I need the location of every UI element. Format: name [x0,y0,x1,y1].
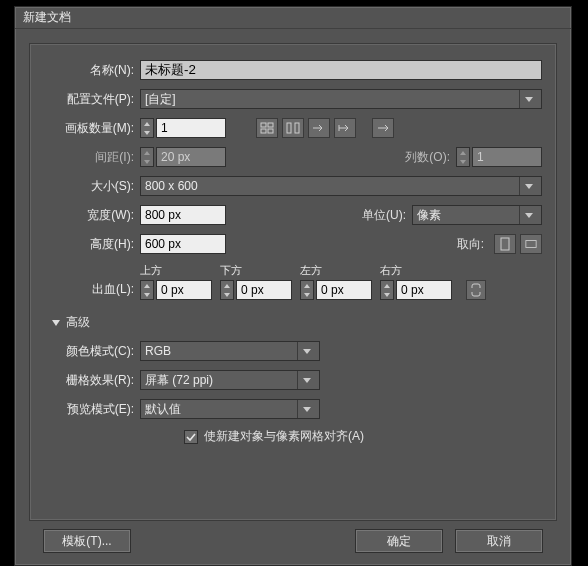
cancel-button-label: 取消 [487,533,511,550]
orientation-landscape-icon[interactable] [520,234,542,254]
titlebar: 新建文档 [15,7,571,29]
colormode-value: RGB [145,344,171,358]
orientation-label: 取向: [430,236,490,253]
width-label: 宽度(W): [44,207,140,224]
chevron-down-icon [519,90,537,108]
bleed-left-input[interactable] [316,280,372,300]
bleed-top-label: 上方 [140,263,212,278]
chevron-down-icon [297,342,315,360]
height-label: 高度(H): [44,236,140,253]
size-label: 大小(S): [44,178,140,195]
align-pixel-label: 使新建对象与像素网格对齐(A) [204,428,364,445]
artboard-change-icon[interactable] [372,118,394,138]
colormode-select[interactable]: RGB [140,341,320,361]
columns-label: 列数(O): [396,149,456,166]
raster-label: 栅格效果(R): [44,372,140,389]
width-input[interactable] [140,205,226,225]
profile-label: 配置文件(P): [44,91,140,108]
bleed-left-stepper[interactable] [300,280,314,300]
templates-button[interactable]: 模板(T)... [43,529,131,553]
columns-input[interactable] [472,147,542,167]
grid-by-column-icon[interactable] [282,118,304,138]
svg-rect-4 [287,123,291,133]
name-label: 名称(N): [44,62,140,79]
colormode-label: 颜色模式(C): [44,343,140,360]
row-ltr-icon[interactable] [308,118,330,138]
svg-rect-3 [268,129,273,133]
bleed-label: 出血(L): [44,281,140,300]
triangle-down-icon [52,319,60,327]
preview-value: 默认值 [145,401,181,418]
columns-stepper[interactable] [456,147,470,167]
bleed-top-stepper[interactable] [140,280,154,300]
bleed-right-stepper[interactable] [380,280,394,300]
ok-button-label: 确定 [387,533,411,550]
profile-select[interactable]: [自定] [140,89,542,109]
orientation-portrait-icon[interactable] [494,234,516,254]
spacing-label: 间距(I): [44,149,140,166]
size-value: 800 x 600 [145,179,198,193]
svg-rect-2 [261,129,266,133]
advanced-label: 高级 [66,314,90,331]
svg-rect-1 [268,123,273,127]
artboards-stepper[interactable] [140,118,154,138]
link-bleed-icon[interactable] [466,280,486,300]
chevron-down-icon [297,371,315,389]
artboards-label: 画板数量(M): [44,120,140,137]
ok-button[interactable]: 确定 [355,529,443,553]
grid-by-row-icon[interactable] [256,118,278,138]
chevron-down-icon [297,400,315,418]
units-label: 单位(U): [352,207,412,224]
bleed-bottom-stepper[interactable] [220,280,234,300]
new-document-dialog: 新建文档 名称(N): 配置文件(P): [自定] 画板数量(M): [14,6,572,566]
units-value: 像素 [417,207,441,224]
svg-rect-6 [501,238,509,250]
row-rtl-icon[interactable] [334,118,356,138]
spacing-stepper[interactable] [140,147,154,167]
align-pixel-checkbox[interactable] [184,430,198,444]
templates-button-label: 模板(T)... [62,533,111,550]
raster-select[interactable]: 屏幕 (72 ppi) [140,370,320,390]
artboards-input[interactable] [156,118,226,138]
svg-rect-0 [261,123,266,127]
bleed-right-input[interactable] [396,280,452,300]
chevron-down-icon [519,206,537,224]
preview-select[interactable]: 默认值 [140,399,320,419]
cancel-button[interactable]: 取消 [455,529,543,553]
size-select[interactable]: 800 x 600 [140,176,542,196]
main-panel: 名称(N): 配置文件(P): [自定] 画板数量(M): [29,43,557,521]
bleed-bottom-input[interactable] [236,280,292,300]
advanced-disclosure[interactable]: 高级 [52,314,542,331]
height-input[interactable] [140,234,226,254]
spacing-input[interactable] [156,147,226,167]
bleed-left-label: 左方 [300,263,372,278]
name-input[interactable] [140,60,542,80]
profile-value: [自定] [145,91,176,108]
preview-label: 预览模式(E): [44,401,140,418]
artboard-layout-icons [256,118,356,138]
bleed-right-label: 右方 [380,263,452,278]
window-title: 新建文档 [23,9,71,26]
raster-value: 屏幕 (72 ppi) [145,372,213,389]
chevron-down-icon [519,177,537,195]
svg-rect-5 [295,123,299,133]
units-select[interactable]: 像素 [412,205,542,225]
bleed-top-input[interactable] [156,280,212,300]
bleed-bottom-label: 下方 [220,263,292,278]
svg-rect-7 [526,241,536,248]
